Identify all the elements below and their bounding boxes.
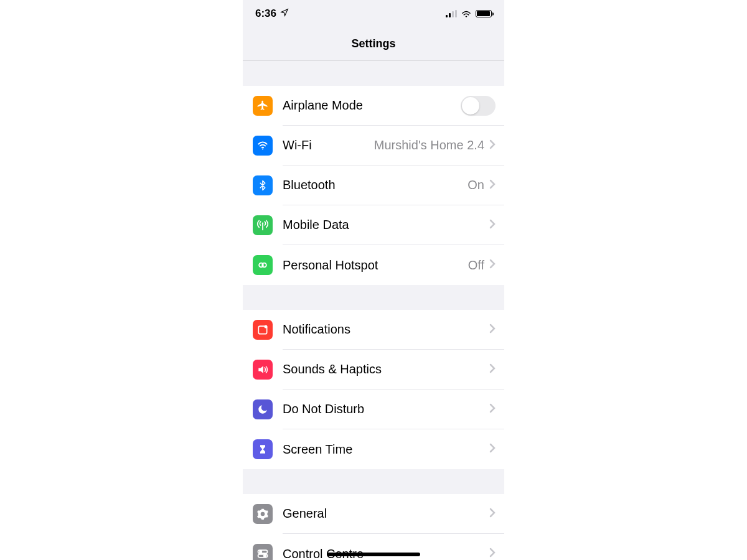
- page-title: Settings: [243, 27, 504, 61]
- chevron-right-icon: [489, 443, 496, 455]
- row-bluetooth[interactable]: Bluetooth On: [243, 166, 504, 205]
- chevron-right-icon: [489, 139, 496, 152]
- row-value: On: [467, 178, 484, 192]
- hotspot-icon: [253, 255, 273, 275]
- status-left: 6:36: [255, 7, 289, 20]
- battery-icon: [476, 10, 492, 17]
- settings-section-connectivity: Airplane Mode Wi-Fi Murshid's Home 2.4: [243, 86, 504, 285]
- row-label: Bluetooth: [283, 178, 336, 192]
- row-wifi[interactable]: Wi-Fi Murshid's Home 2.4: [243, 126, 504, 166]
- row-notifications[interactable]: Notifications: [243, 310, 504, 350]
- row-label: Personal Hotspot: [283, 258, 378, 273]
- notifications-icon: [253, 320, 273, 340]
- row-label: Do Not Disturb: [283, 402, 364, 416]
- antenna-icon: [253, 215, 273, 235]
- chevron-right-icon: [489, 179, 496, 192]
- row-label: General: [283, 506, 327, 521]
- sounds-icon: [253, 360, 273, 380]
- chevron-right-icon: [489, 259, 496, 271]
- home-indicator[interactable]: [327, 553, 420, 556]
- phone-frame: 6:36 Settings: [243, 0, 504, 560]
- bluetooth-icon: [253, 175, 273, 195]
- section-gap: [243, 285, 504, 310]
- cellular-signal-icon: [446, 10, 457, 17]
- row-sounds-haptics[interactable]: Sounds & Haptics: [243, 350, 504, 390]
- chevron-right-icon: [489, 508, 496, 520]
- wifi-status-icon: [461, 9, 472, 18]
- row-value: Murshid's Home 2.4: [374, 138, 484, 152]
- svg-point-2: [262, 222, 264, 224]
- row-do-not-disturb[interactable]: Do Not Disturb: [243, 390, 504, 429]
- airplane-toggle[interactable]: [461, 96, 496, 116]
- chevron-right-icon: [489, 219, 496, 231]
- switches-icon: [253, 544, 273, 560]
- hourglass-icon: [253, 439, 273, 459]
- section-gap: [243, 61, 504, 86]
- row-label: Airplane Mode: [283, 98, 363, 113]
- wifi-icon: [253, 136, 273, 156]
- svg-point-0: [262, 148, 263, 149]
- chevron-right-icon: [489, 548, 496, 560]
- row-airplane-mode[interactable]: Airplane Mode: [243, 86, 504, 126]
- section-gap: [243, 469, 504, 494]
- row-label: Screen Time: [283, 442, 352, 457]
- row-mobile-data[interactable]: Mobile Data: [243, 205, 504, 245]
- row-general[interactable]: General: [243, 494, 504, 534]
- moon-icon: [253, 399, 273, 419]
- status-right: [446, 9, 492, 18]
- row-label: Notifications: [283, 322, 350, 337]
- settings-section-alerts: Notifications Sounds & Haptics: [243, 310, 504, 469]
- chevron-right-icon: [489, 403, 496, 416]
- svg-point-6: [265, 325, 268, 329]
- row-label: Sounds & Haptics: [283, 362, 382, 376]
- svg-point-8: [260, 551, 261, 553]
- row-label: Wi-Fi: [283, 138, 312, 152]
- gear-icon: [253, 504, 273, 524]
- navigation-arrow-icon: [280, 7, 289, 20]
- row-screen-time[interactable]: Screen Time: [243, 429, 504, 469]
- airplane-icon: [253, 96, 273, 116]
- row-label: Mobile Data: [283, 218, 349, 232]
- settings-section-system: General Control Centre: [243, 494, 504, 560]
- row-personal-hotspot[interactable]: Personal Hotspot Off: [243, 245, 504, 285]
- page-title-label: Settings: [351, 37, 395, 50]
- chevron-right-icon: [489, 363, 496, 376]
- status-bar: 6:36: [243, 0, 504, 27]
- svg-point-10: [264, 555, 266, 557]
- chevron-right-icon: [489, 324, 496, 336]
- status-time: 6:36: [255, 7, 276, 20]
- row-value: Off: [468, 258, 484, 273]
